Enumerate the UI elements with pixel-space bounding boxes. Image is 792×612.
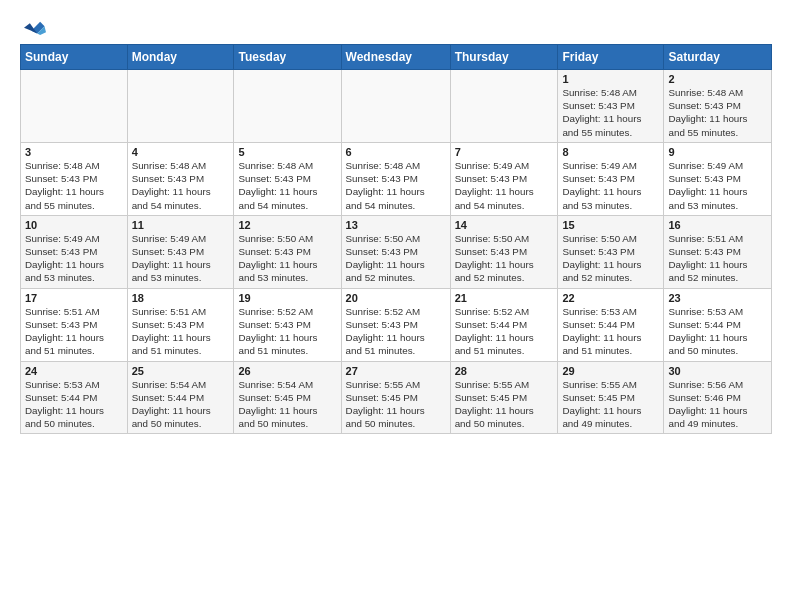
calendar-cell: 26Sunrise: 5:54 AM Sunset: 5:45 PM Dayli… <box>234 361 341 434</box>
calendar-cell <box>127 70 234 143</box>
calendar-cell: 20Sunrise: 5:52 AM Sunset: 5:43 PM Dayli… <box>341 288 450 361</box>
day-info: Sunrise: 5:50 AM Sunset: 5:43 PM Dayligh… <box>346 232 446 285</box>
calendar-cell: 28Sunrise: 5:55 AM Sunset: 5:45 PM Dayli… <box>450 361 558 434</box>
logo <box>20 16 46 38</box>
header-tuesday: Tuesday <box>234 45 341 70</box>
day-number: 25 <box>132 365 230 377</box>
page: Sunday Monday Tuesday Wednesday Thursday… <box>0 0 792 444</box>
calendar-cell <box>341 70 450 143</box>
calendar-cell: 13Sunrise: 5:50 AM Sunset: 5:43 PM Dayli… <box>341 215 450 288</box>
day-number: 7 <box>455 146 554 158</box>
day-number: 5 <box>238 146 336 158</box>
calendar-cell: 3Sunrise: 5:48 AM Sunset: 5:43 PM Daylig… <box>21 142 128 215</box>
calendar-cell: 22Sunrise: 5:53 AM Sunset: 5:44 PM Dayli… <box>558 288 664 361</box>
day-number: 3 <box>25 146 123 158</box>
day-number: 24 <box>25 365 123 377</box>
day-info: Sunrise: 5:52 AM Sunset: 5:43 PM Dayligh… <box>346 305 446 358</box>
day-info: Sunrise: 5:55 AM Sunset: 5:45 PM Dayligh… <box>562 378 659 431</box>
calendar-cell: 14Sunrise: 5:50 AM Sunset: 5:43 PM Dayli… <box>450 215 558 288</box>
calendar-cell: 8Sunrise: 5:49 AM Sunset: 5:43 PM Daylig… <box>558 142 664 215</box>
day-number: 17 <box>25 292 123 304</box>
calendar-cell: 19Sunrise: 5:52 AM Sunset: 5:43 PM Dayli… <box>234 288 341 361</box>
day-number: 10 <box>25 219 123 231</box>
day-number: 22 <box>562 292 659 304</box>
calendar-week-row: 1Sunrise: 5:48 AM Sunset: 5:43 PM Daylig… <box>21 70 772 143</box>
day-info: Sunrise: 5:54 AM Sunset: 5:45 PM Dayligh… <box>238 378 336 431</box>
calendar-cell: 7Sunrise: 5:49 AM Sunset: 5:43 PM Daylig… <box>450 142 558 215</box>
day-number: 11 <box>132 219 230 231</box>
day-info: Sunrise: 5:49 AM Sunset: 5:43 PM Dayligh… <box>455 159 554 212</box>
day-info: Sunrise: 5:51 AM Sunset: 5:43 PM Dayligh… <box>132 305 230 358</box>
day-number: 13 <box>346 219 446 231</box>
day-number: 6 <box>346 146 446 158</box>
logo-bird-icon <box>24 16 46 38</box>
day-number: 18 <box>132 292 230 304</box>
calendar-cell: 15Sunrise: 5:50 AM Sunset: 5:43 PM Dayli… <box>558 215 664 288</box>
day-info: Sunrise: 5:54 AM Sunset: 5:44 PM Dayligh… <box>132 378 230 431</box>
day-info: Sunrise: 5:56 AM Sunset: 5:46 PM Dayligh… <box>668 378 767 431</box>
calendar-week-row: 10Sunrise: 5:49 AM Sunset: 5:43 PM Dayli… <box>21 215 772 288</box>
day-info: Sunrise: 5:53 AM Sunset: 5:44 PM Dayligh… <box>25 378 123 431</box>
calendar-cell: 17Sunrise: 5:51 AM Sunset: 5:43 PM Dayli… <box>21 288 128 361</box>
day-info: Sunrise: 5:48 AM Sunset: 5:43 PM Dayligh… <box>238 159 336 212</box>
calendar-cell: 6Sunrise: 5:48 AM Sunset: 5:43 PM Daylig… <box>341 142 450 215</box>
calendar-cell <box>450 70 558 143</box>
calendar-week-row: 24Sunrise: 5:53 AM Sunset: 5:44 PM Dayli… <box>21 361 772 434</box>
calendar-cell: 30Sunrise: 5:56 AM Sunset: 5:46 PM Dayli… <box>664 361 772 434</box>
day-info: Sunrise: 5:55 AM Sunset: 5:45 PM Dayligh… <box>346 378 446 431</box>
day-info: Sunrise: 5:49 AM Sunset: 5:43 PM Dayligh… <box>132 232 230 285</box>
calendar-cell: 24Sunrise: 5:53 AM Sunset: 5:44 PM Dayli… <box>21 361 128 434</box>
day-info: Sunrise: 5:48 AM Sunset: 5:43 PM Dayligh… <box>562 86 659 139</box>
calendar-cell: 9Sunrise: 5:49 AM Sunset: 5:43 PM Daylig… <box>664 142 772 215</box>
day-number: 8 <box>562 146 659 158</box>
day-info: Sunrise: 5:50 AM Sunset: 5:43 PM Dayligh… <box>238 232 336 285</box>
calendar-cell: 1Sunrise: 5:48 AM Sunset: 5:43 PM Daylig… <box>558 70 664 143</box>
day-number: 19 <box>238 292 336 304</box>
day-info: Sunrise: 5:52 AM Sunset: 5:44 PM Dayligh… <box>455 305 554 358</box>
calendar-cell <box>21 70 128 143</box>
header-sunday: Sunday <box>21 45 128 70</box>
day-number: 30 <box>668 365 767 377</box>
day-number: 26 <box>238 365 336 377</box>
header <box>20 16 772 38</box>
day-info: Sunrise: 5:49 AM Sunset: 5:43 PM Dayligh… <box>668 159 767 212</box>
day-info: Sunrise: 5:53 AM Sunset: 5:44 PM Dayligh… <box>562 305 659 358</box>
calendar-table: Sunday Monday Tuesday Wednesday Thursday… <box>20 44 772 434</box>
calendar-cell <box>234 70 341 143</box>
day-info: Sunrise: 5:48 AM Sunset: 5:43 PM Dayligh… <box>346 159 446 212</box>
day-info: Sunrise: 5:48 AM Sunset: 5:43 PM Dayligh… <box>132 159 230 212</box>
calendar-cell: 23Sunrise: 5:53 AM Sunset: 5:44 PM Dayli… <box>664 288 772 361</box>
day-number: 2 <box>668 73 767 85</box>
day-number: 21 <box>455 292 554 304</box>
header-saturday: Saturday <box>664 45 772 70</box>
day-info: Sunrise: 5:50 AM Sunset: 5:43 PM Dayligh… <box>455 232 554 285</box>
calendar-cell: 16Sunrise: 5:51 AM Sunset: 5:43 PM Dayli… <box>664 215 772 288</box>
calendar-cell: 18Sunrise: 5:51 AM Sunset: 5:43 PM Dayli… <box>127 288 234 361</box>
day-info: Sunrise: 5:48 AM Sunset: 5:43 PM Dayligh… <box>668 86 767 139</box>
day-number: 14 <box>455 219 554 231</box>
day-number: 4 <box>132 146 230 158</box>
calendar-cell: 12Sunrise: 5:50 AM Sunset: 5:43 PM Dayli… <box>234 215 341 288</box>
calendar-header-row: Sunday Monday Tuesday Wednesday Thursday… <box>21 45 772 70</box>
calendar-cell: 11Sunrise: 5:49 AM Sunset: 5:43 PM Dayli… <box>127 215 234 288</box>
day-number: 15 <box>562 219 659 231</box>
day-info: Sunrise: 5:53 AM Sunset: 5:44 PM Dayligh… <box>668 305 767 358</box>
day-info: Sunrise: 5:51 AM Sunset: 5:43 PM Dayligh… <box>668 232 767 285</box>
calendar-cell: 21Sunrise: 5:52 AM Sunset: 5:44 PM Dayli… <box>450 288 558 361</box>
day-info: Sunrise: 5:52 AM Sunset: 5:43 PM Dayligh… <box>238 305 336 358</box>
calendar-cell: 10Sunrise: 5:49 AM Sunset: 5:43 PM Dayli… <box>21 215 128 288</box>
calendar-cell: 25Sunrise: 5:54 AM Sunset: 5:44 PM Dayli… <box>127 361 234 434</box>
calendar-cell: 27Sunrise: 5:55 AM Sunset: 5:45 PM Dayli… <box>341 361 450 434</box>
calendar-cell: 4Sunrise: 5:48 AM Sunset: 5:43 PM Daylig… <box>127 142 234 215</box>
header-monday: Monday <box>127 45 234 70</box>
day-number: 1 <box>562 73 659 85</box>
day-number: 27 <box>346 365 446 377</box>
header-thursday: Thursday <box>450 45 558 70</box>
day-info: Sunrise: 5:48 AM Sunset: 5:43 PM Dayligh… <box>25 159 123 212</box>
day-number: 16 <box>668 219 767 231</box>
day-info: Sunrise: 5:55 AM Sunset: 5:45 PM Dayligh… <box>455 378 554 431</box>
day-number: 28 <box>455 365 554 377</box>
day-number: 20 <box>346 292 446 304</box>
day-info: Sunrise: 5:50 AM Sunset: 5:43 PM Dayligh… <box>562 232 659 285</box>
day-info: Sunrise: 5:51 AM Sunset: 5:43 PM Dayligh… <box>25 305 123 358</box>
